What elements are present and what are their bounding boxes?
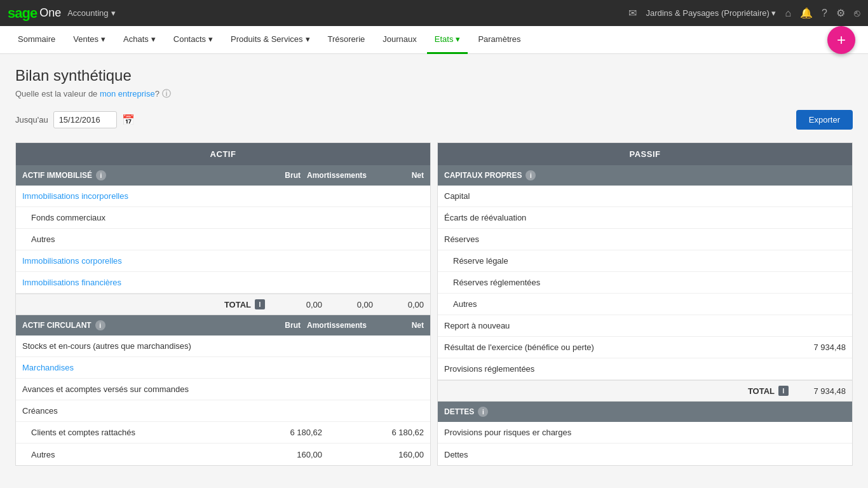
table-row: Dettes <box>438 444 852 465</box>
actif-circulant-info-icon[interactable]: i <box>95 320 105 330</box>
table-row: Report à nouveau <box>438 315 852 337</box>
date-row: Jusqu'au 📅 Exporter <box>15 110 853 130</box>
row-label-stocks: Stocks et en-cours (autres que marchandi… <box>22 341 271 351</box>
row-label-ecarts: Écarts de réévaluation <box>444 213 795 222</box>
help-icon[interactable]: ? <box>822 8 827 19</box>
row-label-avances: Avances et acomptes versés sur commandes <box>22 384 271 394</box>
nav-etats[interactable]: Etats ▾ <box>427 26 468 54</box>
dettes-header: DETTES i <box>438 402 852 422</box>
table-row: Autres 160,00 160,00 <box>16 444 430 465</box>
page-title: Bilan synthétique <box>15 67 853 85</box>
row-label-immo-corp[interactable]: Immobilisations corporelles <box>22 256 271 266</box>
nav-parametres[interactable]: Paramètres <box>470 26 528 54</box>
dettes-info-icon[interactable]: i <box>478 407 488 417</box>
notification-icon[interactable]: 🔔 <box>800 7 813 19</box>
secondary-navigation: Sommaire Ventes ▾ Achats ▾ Contacts ▾ Pr… <box>0 26 868 54</box>
nav-journaux[interactable]: Journaux <box>375 26 424 54</box>
row-label-prov-regl: Provisions réglementées <box>444 364 795 374</box>
bilan-container: ACTIF ACTIF IMMOBILISÉ i Brut Amortissem… <box>15 142 853 466</box>
actif-column: ACTIF ACTIF IMMOBILISÉ i Brut Amortissem… <box>15 142 431 466</box>
nav-produits[interactable]: Produits & Services ▾ <box>223 26 317 54</box>
nav-ventes[interactable]: Ventes ▾ <box>65 26 113 54</box>
row-label-reserves-regl: Réserves réglementées <box>453 278 795 287</box>
top-nav-right: ✉ Jardins & Paysages (Propriétaire) ▾ ⌂ … <box>628 7 860 19</box>
subtitle-pre: Quelle est la valeur de <box>15 89 100 98</box>
home-icon[interactable]: ⌂ <box>785 8 791 19</box>
row-label-immo-incorp[interactable]: Immobilisations incorporelles <box>22 191 271 201</box>
accounting-label: Accounting <box>67 8 108 18</box>
total-immobilise-label: TOTAL I <box>22 299 271 309</box>
logout-icon[interactable]: ⎋ <box>854 8 860 19</box>
date-label: Jusqu'au <box>15 115 48 125</box>
actif-immobilise-label: ACTIF IMMOBILISÉ <box>22 171 92 180</box>
total-amort-val: 0,00 <box>322 300 373 309</box>
top-nav-left: sage One Accounting ▾ <box>8 5 116 22</box>
total-capitaux-text: TOTAL <box>748 386 775 396</box>
table-row: Marchandises <box>16 357 430 379</box>
row-val-resultat: 7 934,48 <box>795 342 846 352</box>
row-label-creances: Créances <box>22 406 271 416</box>
total-info-icon[interactable]: I <box>255 299 265 309</box>
total-brut-val: 0,00 <box>271 300 322 309</box>
row-net-autres-circ: 160,00 <box>373 450 424 459</box>
subtitle-help-icon[interactable]: ⓘ <box>162 88 171 98</box>
actif-circulant-cols: Brut Amortissements Net <box>250 321 424 330</box>
table-row: Réserves <box>438 229 852 250</box>
total-capitaux-val: 7 934,48 <box>795 386 846 396</box>
capitaux-header: CAPITAUX PROPRES i <box>438 165 852 186</box>
row-label-autres-immo-incorp: Autres <box>31 234 271 244</box>
nav-etats-arrow: ▾ <box>456 34 460 44</box>
passif-header: PASSIF <box>438 143 852 165</box>
table-row: Immobilisations corporelles <box>16 250 430 272</box>
nav-sommaire[interactable]: Sommaire <box>10 26 63 54</box>
row-label-immo-fin[interactable]: Immobilisations financières <box>22 278 271 287</box>
subtitle-post: ? <box>155 89 159 98</box>
circ-col-net: Net <box>373 321 424 330</box>
fab-button[interactable]: + <box>827 26 855 54</box>
row-label-dettes: Dettes <box>444 450 795 459</box>
dettes-label: DETTES <box>444 407 474 416</box>
nav-etats-label: Etats <box>435 34 454 44</box>
passif-column: PASSIF CAPITAUX PROPRES i Capital Écarts… <box>437 142 853 466</box>
actif-immobilise-cols: Brut Amortissements Net <box>250 171 424 180</box>
total-capitaux-info-icon[interactable]: I <box>778 386 789 396</box>
nav-sommaire-label: Sommaire <box>18 34 55 44</box>
table-row: Immobilisations financières <box>16 272 430 294</box>
total-capitaux-label: TOTAL I <box>444 386 795 396</box>
col-net-label: Net <box>373 171 424 180</box>
date-input[interactable] <box>53 111 117 128</box>
nav-parametres-label: Paramètres <box>478 34 520 44</box>
company-arrow-icon: ▾ <box>771 8 776 18</box>
table-row: Autres <box>16 229 430 250</box>
capitaux-label: CAPITAUX PROPRES <box>444 171 522 180</box>
nav-contacts[interactable]: Contacts ▾ <box>166 26 220 54</box>
export-button[interactable]: Exporter <box>796 110 853 130</box>
row-label-reserves: Réserves <box>444 234 795 244</box>
row-label-clients: Clients et comptes rattachés <box>31 428 271 437</box>
actif-circulant-label: ACTIF CIRCULANT <box>22 321 92 330</box>
nav-tresorerie[interactable]: Trésorerie <box>320 26 373 54</box>
row-label-capital: Capital <box>444 191 795 201</box>
total-label-text: TOTAL <box>224 300 251 309</box>
accounting-arrow-icon: ▾ <box>111 8 116 18</box>
row-label-reserve-legale: Réserve légale <box>453 256 795 266</box>
accounting-menu[interactable]: Accounting ▾ <box>67 8 115 18</box>
mail-icon[interactable]: ✉ <box>628 7 637 19</box>
row-label-marchandises[interactable]: Marchandises <box>22 363 271 372</box>
sage-logo[interactable]: sage One <box>8 5 61 22</box>
page-subtitle: Quelle est la valeur de mon entreprise? … <box>15 88 853 100</box>
capitaux-info-icon[interactable]: i <box>526 170 536 180</box>
table-row: Réserves réglementées <box>438 272 852 294</box>
actif-immobilise-info-icon[interactable]: i <box>96 170 106 180</box>
sage-brand: sage <box>8 5 37 22</box>
table-row: Résultat de l'exercice (bénéfice ou pert… <box>438 337 852 358</box>
table-row: Clients et comptes rattachés 6 180,62 6 … <box>16 422 430 444</box>
table-row: Avances et acomptes versés sur commandes <box>16 379 430 400</box>
calendar-icon[interactable]: 📅 <box>122 114 135 126</box>
table-row: Écarts de réévaluation <box>438 207 852 229</box>
subtitle-link[interactable]: mon entreprise <box>100 89 155 98</box>
date-row-left: Jusqu'au 📅 <box>15 111 135 128</box>
nav-achats[interactable]: Achats ▾ <box>116 26 163 54</box>
settings-icon[interactable]: ⚙ <box>836 7 845 19</box>
company-selector[interactable]: Jardins & Paysages (Propriétaire) ▾ <box>646 8 776 18</box>
